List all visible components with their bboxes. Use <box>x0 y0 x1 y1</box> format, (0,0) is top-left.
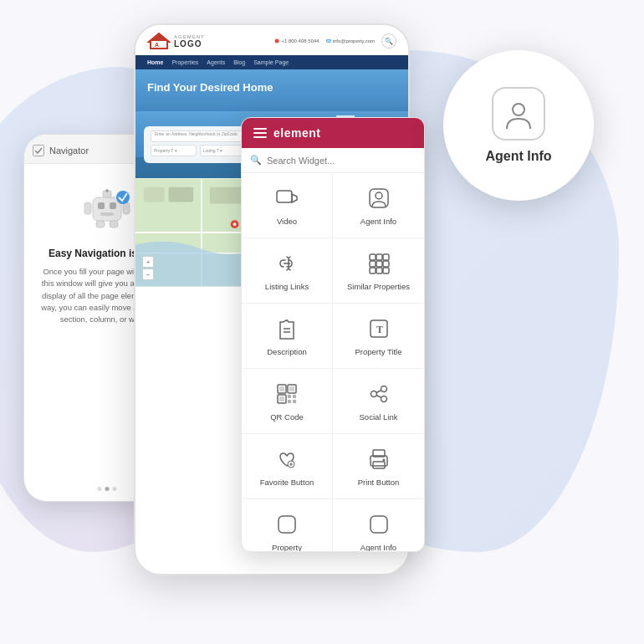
favorite-button-label: Favorite Button <box>260 478 314 487</box>
svg-rect-2 <box>110 202 116 209</box>
property-label: Property <box>272 543 302 552</box>
svg-rect-6 <box>84 202 91 214</box>
svg-rect-79 <box>293 400 296 403</box>
svg-rect-92 <box>279 516 295 533</box>
widget-print-button[interactable]: Print Button <box>333 434 424 499</box>
widget-agent-info[interactable]: Agent Info <box>333 173 424 238</box>
widget-agent-info-2[interactable]: Agent Info <box>333 499 424 552</box>
print-button-label: Print Button <box>358 478 400 487</box>
svg-rect-1 <box>98 202 105 209</box>
robot-illustration <box>78 179 136 238</box>
agent-info-widget-icon <box>365 185 392 212</box>
dot-3 <box>113 487 117 491</box>
nav-blog[interactable]: Blog <box>233 59 245 65</box>
panel-title: element <box>273 126 320 140</box>
top-search-icon[interactable]: 🔍 <box>381 33 396 49</box>
panel-search-input[interactable] <box>267 156 416 166</box>
svg-rect-43 <box>169 187 194 202</box>
nav-agents[interactable]: Agents <box>207 59 225 65</box>
social-link-icon <box>365 381 392 407</box>
svg-point-91 <box>382 459 385 462</box>
contact-email: info@property.com <box>326 38 375 43</box>
svg-rect-78 <box>288 400 291 403</box>
svg-rect-62 <box>383 261 389 267</box>
svg-rect-77 <box>293 395 296 398</box>
svg-rect-61 <box>376 261 382 267</box>
svg-rect-3 <box>100 212 114 216</box>
widget-favorite-button[interactable]: Favorite Button <box>242 434 333 499</box>
svg-point-82 <box>381 396 386 402</box>
logo-subtext: AGEMENT <box>174 34 205 39</box>
listing-links-icon <box>273 250 300 277</box>
map-zoom-out[interactable]: − <box>142 268 154 280</box>
logo-main-text: LOGO <box>174 39 205 49</box>
svg-marker-53 <box>292 194 297 202</box>
svg-rect-64 <box>376 268 382 273</box>
qr-code-label: QR Code <box>270 412 304 422</box>
svg-rect-59 <box>383 254 389 260</box>
panel-search-area: 🔍 <box>242 148 424 173</box>
contact-info: +1 800 408 5044 info@property.com 🔍 <box>274 33 396 49</box>
svg-rect-9 <box>110 221 118 227</box>
map-zoom-in[interactable]: + <box>142 256 154 268</box>
widget-social-link[interactable]: Social Link <box>333 369 424 434</box>
qr-code-icon <box>273 381 300 407</box>
widget-property-title[interactable]: T Property Title <box>333 304 424 369</box>
svg-rect-93 <box>371 516 387 533</box>
widget-property[interactable]: Property <box>242 499 333 552</box>
svg-rect-52 <box>277 191 292 202</box>
svg-rect-8 <box>96 221 105 227</box>
similar-properties-icon <box>365 250 392 277</box>
map-controls: + − <box>142 256 154 280</box>
svg-line-83 <box>376 391 381 393</box>
widget-video[interactable]: Video <box>242 173 333 238</box>
website-top-bar: A AGEMENT LOGO +1 800 408 5044 info@prop… <box>135 25 408 55</box>
logo-icon: A <box>147 32 171 50</box>
dot-1 <box>98 487 102 491</box>
agent-info-widget-label: Agent Info <box>360 217 396 226</box>
svg-rect-44 <box>210 187 243 204</box>
hero-address-input[interactable]: Enter an Address, Neighborhood or ZipCod… <box>151 130 245 142</box>
svg-rect-0 <box>93 197 121 221</box>
video-icon <box>273 185 300 212</box>
svg-point-14 <box>275 39 279 43</box>
similar-properties-label: Similar Properties <box>347 282 410 291</box>
panel-menu-icon[interactable] <box>253 128 267 138</box>
video-label: Video <box>277 217 297 226</box>
nav-sample-page[interactable]: Sample Page <box>253 59 289 65</box>
svg-point-80 <box>381 386 386 392</box>
svg-point-47 <box>233 222 237 226</box>
svg-point-94 <box>513 104 524 115</box>
svg-rect-73 <box>289 386 294 391</box>
agent-info-popup-icon <box>502 97 535 130</box>
nav-home[interactable]: Home <box>147 59 163 65</box>
hero-listing-type-2[interactable]: Listing T ▾ <box>200 145 242 156</box>
svg-point-55 <box>376 192 382 199</box>
navigator-title: Navigator <box>49 146 89 156</box>
navigator-checkbox[interactable] <box>33 145 44 156</box>
logo-area: A AGEMENT LOGO <box>147 32 205 50</box>
hero-property-type-2[interactable]: Property T ▾ <box>151 145 197 156</box>
agent-info-popup-label: Agent Info <box>485 149 551 164</box>
svg-rect-7 <box>123 202 130 214</box>
widget-similar-properties[interactable]: Similar Properties <box>333 238 424 304</box>
widget-description[interactable]: Description <box>242 304 333 369</box>
svg-rect-57 <box>370 254 376 260</box>
listing-links-label: Listing Links <box>265 282 309 291</box>
svg-rect-60 <box>370 261 376 267</box>
svg-rect-58 <box>376 254 382 260</box>
property-title-label: Property Title <box>355 347 402 356</box>
widget-qr-code[interactable]: QR Code <box>242 369 333 434</box>
svg-point-81 <box>371 391 376 397</box>
navigator-dots <box>98 487 117 491</box>
svg-line-84 <box>376 396 381 398</box>
agent-info-popup-icon-wrap <box>492 87 545 141</box>
hero-title: Find Your Desired Home <box>147 81 273 94</box>
svg-rect-75 <box>279 396 284 401</box>
svg-rect-63 <box>370 268 376 273</box>
nav-properties[interactable]: Properties <box>171 59 198 65</box>
svg-rect-65 <box>383 268 389 273</box>
panel-widgets-grid: Video Agent Info <box>242 173 424 552</box>
agent-info-2-widget-icon <box>365 511 392 538</box>
widget-listing-links[interactable]: Listing Links <box>242 238 333 304</box>
